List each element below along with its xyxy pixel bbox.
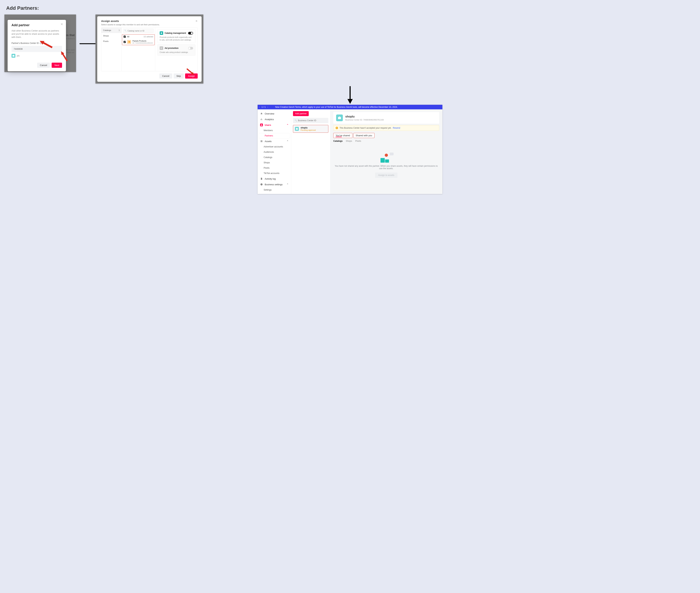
tab-youve-shared[interactable]: You've shared xyxy=(333,133,352,138)
pager-next-icon[interactable]: › xyxy=(267,106,268,108)
select-all-row[interactable]: All 1/1 selected xyxy=(122,35,155,39)
nav-catalogs[interactable]: Catalogs xyxy=(258,155,291,160)
chart-icon xyxy=(260,118,263,121)
partner-search-input[interactable] xyxy=(293,118,329,123)
field-label: Partner's Business Center IDi xyxy=(11,42,62,44)
catalog-item-name: Pipiads Products xyxy=(132,40,153,42)
skip-button[interactable]: Skip xyxy=(174,73,184,79)
svg-marker-1 xyxy=(60,50,69,62)
pager-prev-icon[interactable]: ‹ xyxy=(259,106,260,108)
resend-link[interactable]: Resend xyxy=(393,127,400,129)
annotation-highlight: All 1/1 selected Pipiads Products ID: 74… xyxy=(122,34,155,45)
subtab-shops[interactable]: Shops xyxy=(346,140,352,142)
nav-assets[interactable]: Assets⌃ xyxy=(258,139,291,144)
chevron-up-icon: ⌃ xyxy=(287,124,289,126)
modal-title: Add partner xyxy=(11,23,62,27)
close-icon[interactable]: ✕ xyxy=(195,19,198,23)
warning-icon: ! xyxy=(336,127,338,129)
subtab-pixels[interactable]: Pixels xyxy=(355,140,361,142)
catalog-search-input[interactable] xyxy=(123,29,154,33)
nav-users[interactable]: Users⌃ xyxy=(258,122,291,128)
briefcase-icon xyxy=(295,127,299,131)
svg-marker-6 xyxy=(347,99,353,104)
banner-text: New Creative GenAI Terms, which apply to… xyxy=(275,106,398,108)
next-button[interactable]: Next xyxy=(52,63,62,68)
partner-match-name: plu xyxy=(17,54,19,57)
perm-title: Ad promotion xyxy=(165,47,179,49)
document-icon xyxy=(260,177,263,180)
briefcase-icon xyxy=(336,115,343,121)
assign-to-assets-button[interactable]: Assign to assets xyxy=(375,172,397,178)
nav-analytics[interactable]: Analytics xyxy=(258,116,291,122)
partner-card-status: Pending approval xyxy=(301,129,316,131)
nav-audiences[interactable]: Audiences xyxy=(258,149,291,155)
selected-counter: 1/1 selected xyxy=(143,36,153,38)
asset-type-shops[interactable]: Shops xyxy=(101,33,122,39)
chevron-up-icon: ⌃ xyxy=(287,140,289,143)
partner-subtitle: Business Center ID: 7440838462963761169 xyxy=(345,119,384,121)
assign-assets-screenshot: ✕ Assign assets Select assets to assign … xyxy=(95,14,203,83)
pending-warning: ! This Business Center hasn't accepted y… xyxy=(333,125,439,131)
modal-description: Select assets to assign this member to a… xyxy=(101,24,198,26)
partner-id-input[interactable] xyxy=(11,46,62,52)
nav-settings[interactable]: Settings xyxy=(258,187,291,193)
cancel-button[interactable]: Cancel xyxy=(159,73,172,79)
announcement-banner: ‹ 1 / 1 › New Creative GenAI Terms, whic… xyxy=(258,105,442,109)
partner-list-column: Add partner shoplu Pending approval xyxy=(291,109,330,194)
catalog-item-checkbox[interactable] xyxy=(124,41,126,43)
modal-description: Add other Business Center accounts as pa… xyxy=(11,29,62,39)
modal-title: Assign assets xyxy=(101,19,198,23)
empty-state: You have not shared any asset with this … xyxy=(333,153,439,178)
ad-promotion-icon xyxy=(160,46,163,50)
partner-match-row[interactable]: plu xyxy=(11,54,62,58)
asset-type-catalogs[interactable]: Catalogs1 xyxy=(101,28,122,33)
add-partner-button[interactable]: Add partner xyxy=(293,111,309,116)
nav-advertiser-accounts[interactable]: Advertiser accounts xyxy=(258,144,291,149)
close-icon[interactable]: ✕ xyxy=(60,22,63,26)
catalog-item-row[interactable]: Pipiads Products ID: 7446459322961266440 xyxy=(122,39,155,45)
add-partner-modal: ✕ Add partner Add other Business Center … xyxy=(8,20,66,71)
sidebar-nav: Overview Analytics Users⌃ Members Partne… xyxy=(258,109,291,194)
business-center-screenshot: ‹ 1 / 1 › New Creative GenAI Terms, whic… xyxy=(258,105,442,194)
select-all-checkbox[interactable] xyxy=(124,36,126,38)
partner-card[interactable]: shoplu Pending approval xyxy=(293,125,329,133)
chevron-up-icon: ⌃ xyxy=(287,183,289,186)
flow-arrow-icon xyxy=(346,86,354,104)
pager-count: 1 / 1 xyxy=(262,106,266,108)
empty-illustration xyxy=(380,153,393,163)
perm-description: Promote products both organically and in… xyxy=(160,36,193,41)
perm-description: Create ads using product catalogs. xyxy=(160,51,193,54)
subtab-catalogs[interactable]: Catalogs xyxy=(333,140,343,142)
partner-detail-panel: shoplu Business Center ID: 7440838462963… xyxy=(330,109,442,194)
nav-pixels[interactable]: Pixels xyxy=(258,165,291,170)
asset-subtabs: Catalogs Shops Pixels xyxy=(333,140,439,142)
asset-type-list: Catalogs1 Shops Pixels xyxy=(101,28,122,71)
nav-partners[interactable]: Partners xyxy=(259,133,290,139)
bg-headline-fragment: ips that xyxy=(64,34,75,37)
perm-toggle[interactable] xyxy=(188,47,193,49)
partner-header: shoplu Business Center ID: 7440838462963… xyxy=(333,112,439,124)
catalog-icon xyxy=(127,40,131,44)
nav-shops[interactable]: Shops xyxy=(258,160,291,165)
tab-shared-with-you[interactable]: Shared with you xyxy=(353,133,375,138)
perm-ad-promotion: Ad promotion Create ads using product ca… xyxy=(157,44,195,55)
nav-activity-log[interactable]: Activity log xyxy=(258,176,291,182)
catalog-management-icon xyxy=(160,31,163,35)
share-direction-tabs: You've shared Shared with you xyxy=(333,133,439,138)
add-partner-screenshot: ips that urs and define h s Center to sp… xyxy=(4,14,76,72)
home-icon xyxy=(260,112,263,115)
grid-icon xyxy=(260,140,263,143)
asset-type-pixels[interactable]: Pixels xyxy=(101,39,122,44)
briefcase-icon xyxy=(11,54,15,58)
nav-business-settings[interactable]: Business settings⌃ xyxy=(258,182,291,187)
partner-card-name: shoplu xyxy=(301,126,316,129)
partner-title: shoplu xyxy=(345,115,384,118)
perm-toggle[interactable] xyxy=(188,32,193,35)
nav-tiktok-accounts[interactable]: TikTok accounts xyxy=(258,170,291,176)
nav-members[interactable]: Members xyxy=(258,128,291,133)
cancel-button[interactable]: Cancel xyxy=(37,63,50,68)
page-title: Add Partners: xyxy=(6,5,696,11)
nav-overview[interactable]: Overview xyxy=(258,111,291,116)
permissions-panel: Catalog management Promote products both… xyxy=(155,28,198,71)
gear-icon xyxy=(260,183,263,186)
